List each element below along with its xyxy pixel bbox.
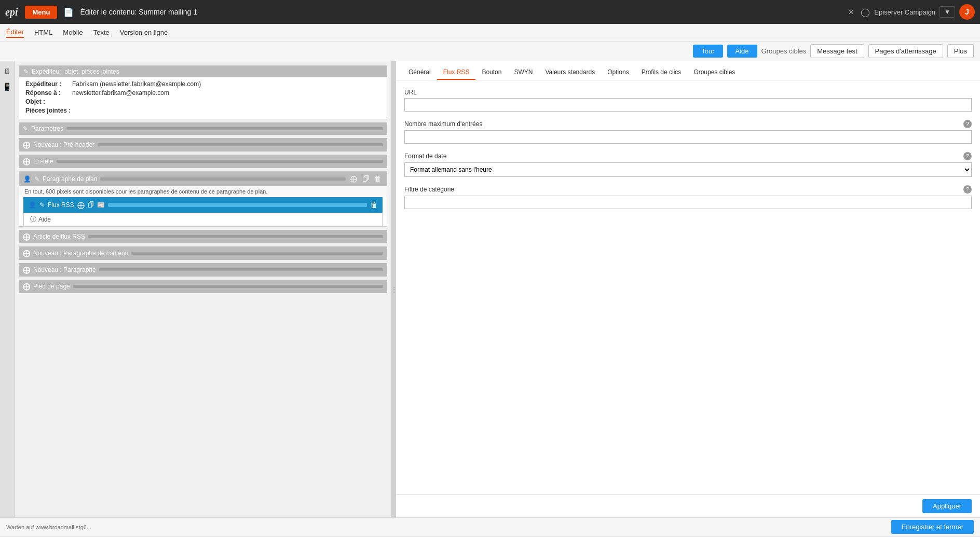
- sender-header-label: Expéditeur, objet, pièces jointes: [32, 68, 119, 75]
- tab-swyn[interactable]: SWYN: [508, 65, 539, 80]
- avatar[interactable]: J: [959, 4, 975, 20]
- aide-row: ⓘ Aide: [23, 213, 383, 226]
- plus-icon-preheader: ⨁: [23, 141, 30, 149]
- close-button[interactable]: ✕: [846, 6, 856, 18]
- tab-editer[interactable]: Éditer: [6, 27, 24, 38]
- filtre-categorie-input[interactable]: [404, 196, 972, 209]
- tab-html[interactable]: HTML: [34, 27, 52, 37]
- delete-blueprint-button[interactable]: 🗑: [373, 174, 383, 183]
- nombre-max-label: Nombre maximum d'entrées: [404, 120, 482, 128]
- url-field-group: URL: [404, 89, 972, 112]
- reponse-row: Réponse à : newsletter.fabrikam@example.…: [25, 89, 380, 97]
- enregistrer-button[interactable]: Enregistrer et fermer: [891, 520, 974, 534]
- pied-de-page-label: Pied de page: [33, 283, 70, 290]
- entete-label: En-tête: [33, 158, 53, 165]
- delete-flux-button[interactable]: 🗑: [370, 201, 377, 209]
- message-test-button[interactable]: Message test: [810, 44, 864, 58]
- tab-options[interactable]: Options: [601, 65, 635, 80]
- entete-fill: [57, 160, 383, 163]
- sender-box: ✎ Expéditeur, objet, pièces jointes Expé…: [19, 65, 387, 119]
- apply-button[interactable]: Appliquer: [922, 499, 972, 513]
- article-flux-bar: ⨁ Article de flux RSS: [19, 230, 387, 243]
- document-icon: 📄: [63, 8, 74, 17]
- nombre-max-label-row: Nombre maximum d'entrées ?: [404, 120, 972, 128]
- objet-row: Objet :: [25, 98, 380, 105]
- pied-fill: [73, 285, 383, 288]
- tour-button[interactable]: Tour: [693, 45, 723, 58]
- nouveau-paragraphe-label: Nouveau : Paragraphe: [33, 266, 96, 273]
- top-bar-right: Episerver Campaign ▼ J: [874, 4, 975, 20]
- pencil-icon-flux: ✎: [39, 201, 45, 209]
- tab-groupes-cibles[interactable]: Groupes cibles: [687, 65, 741, 80]
- add-blueprint-button[interactable]: ⨁: [349, 174, 359, 183]
- reponse-value: newsletter.fabrikam@example.com: [72, 89, 169, 97]
- paragraphe-fill: [99, 268, 383, 271]
- blueprint-fill: [100, 177, 346, 181]
- contenu-fill: [131, 252, 383, 255]
- format-date-label: Format de date: [404, 153, 446, 160]
- rss-icon: 📰: [97, 201, 105, 209]
- nouveau-paragraphe-bar: ⨁ Nouveau : Paragraphe: [19, 263, 387, 277]
- filtre-categorie-label: Filtre de catégorie: [404, 186, 454, 193]
- desktop-icon-button[interactable]: 🖥: [2, 65, 12, 77]
- tab-mobile[interactable]: Mobile: [63, 27, 83, 37]
- left-content: ✎ Expéditeur, objet, pièces jointes Expé…: [15, 61, 391, 517]
- copy-blueprint-button[interactable]: 🗍: [361, 174, 371, 183]
- tab-texte[interactable]: Texte: [93, 27, 110, 37]
- filtre-categorie-help-icon[interactable]: ?: [963, 185, 972, 194]
- preheader-bar: ⨁ Nouveau : Pré-header: [19, 138, 387, 152]
- blueprint-info: En tout, 600 pixels sont disponibles pou…: [19, 186, 387, 197]
- tab-general[interactable]: Général: [402, 65, 437, 80]
- person-icon-flux: 👤: [29, 201, 36, 209]
- groupes-cibles-label: Groupes cibles: [761, 47, 807, 55]
- app-dropdown[interactable]: ▼: [940, 6, 955, 18]
- flux-rss-label: Flux RSS: [48, 201, 74, 209]
- article-fill: [88, 235, 383, 238]
- nouveau-contenu-bar: ⨁ Nouveau : Paragraphe de contenu: [19, 246, 387, 260]
- tab-profils-de-clics[interactable]: Profils de clics: [635, 65, 688, 80]
- tab-valeurs-standards[interactable]: Valeurs standards: [539, 65, 601, 80]
- nombre-max-input[interactable]: [404, 130, 972, 144]
- flux-rss-bar[interactable]: 👤 ✎ Flux RSS ⨁ 🗍 📰 🗑: [23, 197, 383, 213]
- blueprint-actions: ⨁ 🗍 🗑: [349, 174, 383, 183]
- format-date-label-row: Format de date ?: [404, 152, 972, 160]
- page-title: Éditer le contenu: Summer mailing 1: [80, 8, 842, 16]
- expediteur-value: Fabrikam (newsletter.fabrikam@example.co…: [72, 80, 201, 88]
- logo: epi: [5, 6, 18, 18]
- left-panel: 🖥 📱 ✎ Expéditeur, objet, pièces jointes …: [0, 61, 392, 517]
- aide-button[interactable]: Aide: [727, 45, 757, 58]
- plus-icon-contenu: ⨁: [23, 249, 30, 257]
- filtre-categorie-label-row: Filtre de catégorie ?: [404, 185, 972, 194]
- menu-button[interactable]: Menu: [25, 6, 57, 19]
- flux-fill: [108, 203, 367, 207]
- parametres-bar: ✎ Paramètres: [19, 122, 387, 135]
- url-label: URL: [404, 89, 972, 96]
- pages-atterrissage-button[interactable]: Pages d'atterrissage: [868, 44, 943, 58]
- apply-row: Appliquer: [396, 494, 980, 517]
- sender-header: ✎ Expéditeur, objet, pièces jointes: [19, 66, 387, 77]
- reponse-label: Réponse à :: [25, 89, 72, 97]
- url-input[interactable]: [404, 98, 972, 112]
- parametres-label: Paramètres: [31, 125, 63, 132]
- toolbar: Éditer HTML Mobile Texte Version en lign…: [0, 24, 980, 42]
- pencil-icon-blueprint: ✎: [34, 175, 39, 183]
- plus-icon-paragraphe: ⨁: [23, 266, 30, 274]
- pencil-icon: ✎: [23, 68, 29, 75]
- mobile-icon-button[interactable]: 📱: [1, 81, 13, 92]
- tab-version-en-ligne[interactable]: Version en ligne: [120, 27, 168, 37]
- objet-label: Objet :: [25, 98, 72, 105]
- blueprint-section: 👤 ✎ Paragraphe de plan ⨁ 🗍 🗑 En tout, 60…: [19, 171, 387, 227]
- plus-icon-article: ⨁: [23, 232, 30, 241]
- format-date-help-icon[interactable]: ?: [963, 152, 972, 160]
- format-date-select[interactable]: Format allemand sans l'heure Format alle…: [404, 162, 972, 177]
- blueprint-header: 👤 ✎ Paragraphe de plan ⨁ 🗍 🗑: [19, 172, 387, 186]
- help-icon-button[interactable]: ◯: [861, 7, 870, 17]
- panel-separator[interactable]: [392, 61, 396, 517]
- document-icon-button[interactable]: 📄: [61, 5, 76, 19]
- nombre-max-help-icon[interactable]: ?: [963, 120, 972, 128]
- tab-flux-rss[interactable]: Flux RSS: [437, 65, 476, 80]
- secondary-toolbar: Tour Aide Groupes cibles Message test Pa…: [0, 42, 980, 61]
- plus-button[interactable]: Plus: [947, 44, 974, 58]
- sender-fields: Expéditeur : Fabrikam (newsletter.fabrik…: [19, 77, 387, 119]
- tab-bouton[interactable]: Bouton: [475, 65, 508, 80]
